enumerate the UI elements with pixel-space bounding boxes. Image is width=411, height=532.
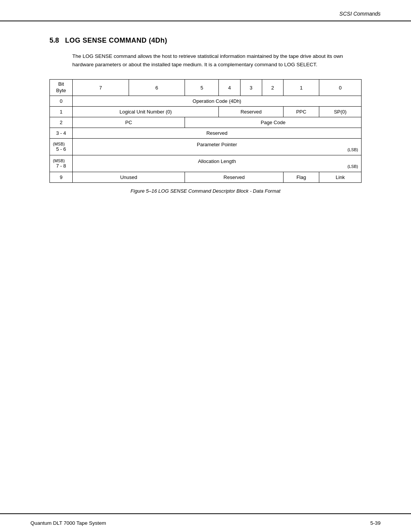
table-row: (MSB) 7 - 8 Allocation Length (LSB) <box>50 155 362 172</box>
row1-reserved: Reserved <box>219 106 284 117</box>
lsb-label-78: (LSB) <box>74 164 360 169</box>
row-label-34: 3 - 4 <box>50 128 73 138</box>
section-heading: 5.8 LOG SENSE COMMAND (4Dh) <box>49 37 362 45</box>
col3-header: 3 <box>240 80 262 96</box>
body-paragraph: The LOG SENSE command allows the host to… <box>72 52 362 69</box>
row2-pagecode: Page Code <box>185 117 362 128</box>
col6-header: 6 <box>129 80 185 96</box>
row9-link: Link <box>319 172 362 182</box>
col5-header: 5 <box>185 80 219 96</box>
page-footer: Quantum DLT 7000 Tape System 5-39 <box>0 513 411 532</box>
table-row: (MSB) 5 - 6 Parameter Pointer (LSB) <box>50 138 362 155</box>
col2-header: 2 <box>262 80 284 96</box>
col4-header: 4 <box>219 80 241 96</box>
table-header-row: BitByte 7 6 5 4 3 2 1 0 <box>50 80 362 96</box>
row34-reserved: Reserved <box>73 128 362 138</box>
figure-caption: Figure 5–16 LOG SENSE Command Descriptor… <box>49 188 362 194</box>
row9-flag: Flag <box>284 172 319 182</box>
row56-parameter: Parameter Pointer (LSB) <box>73 138 362 155</box>
row-label-0: 0 <box>50 96 73 106</box>
row78-content-wrapper: Allocation Length <box>74 158 360 164</box>
row1-lun: Logical Unit Number (0) <box>73 106 219 117</box>
col7-header: 7 <box>73 80 129 96</box>
row78-allocation: Allocation Length (LSB) <box>73 155 362 172</box>
msb-label-78: (MSB) <box>51 158 71 163</box>
row-label-2: 2 <box>50 117 73 128</box>
section-title: LOG SENSE COMMAND (4Dh) <box>65 37 167 45</box>
row-label-1: 1 <box>50 106 73 117</box>
row56-content-wrapper: Parameter Pointer <box>74 142 360 147</box>
row-label-78: (MSB) 7 - 8 <box>50 155 73 172</box>
col1-header: 1 <box>284 80 319 96</box>
row-78-label: 7 - 8 <box>56 163 66 169</box>
header-title: SCSI Commands <box>339 11 381 17</box>
bit-byte-header: BitByte <box>50 80 73 96</box>
table-row: 2 PC Page Code <box>50 117 362 128</box>
row9-reserved: Reserved <box>185 172 284 182</box>
row-56-label: 5 - 6 <box>56 146 66 152</box>
page-header: SCSI Commands <box>0 0 411 21</box>
col0-header: 0 <box>319 80 362 96</box>
section-number: 5.8 <box>49 37 59 45</box>
row1-sp: SP(0) <box>319 106 362 117</box>
msb-label-56: (MSB) <box>51 142 71 146</box>
row0-content: Operation Code (4Dh) <box>73 96 362 106</box>
row-label-9: 9 <box>50 172 73 182</box>
footer-title: Quantum DLT 7000 Tape System <box>30 520 106 526</box>
row9-unused: Unused <box>73 172 185 182</box>
table-row: 9 Unused Reserved Flag Link <box>50 172 362 182</box>
lsb-label-56: (LSB) <box>74 147 360 152</box>
command-table: BitByte 7 6 5 4 3 2 1 0 0 Operation Code… <box>49 79 362 183</box>
row-label-56: (MSB) 5 - 6 <box>50 138 73 155</box>
footer-page: 5-39 <box>370 520 381 526</box>
row1-ppc: PPC <box>284 106 319 117</box>
table-row: 3 - 4 Reserved <box>50 128 362 138</box>
row2-pc: PC <box>73 117 185 128</box>
table-row: 1 Logical Unit Number (0) Reserved PPC S… <box>50 106 362 117</box>
page: SCSI Commands 5.8 LOG SENSE COMMAND (4Dh… <box>0 0 411 532</box>
content-area: 5.8 LOG SENSE COMMAND (4Dh) The LOG SENS… <box>0 21 411 513</box>
table-row: 0 Operation Code (4Dh) <box>50 96 362 106</box>
